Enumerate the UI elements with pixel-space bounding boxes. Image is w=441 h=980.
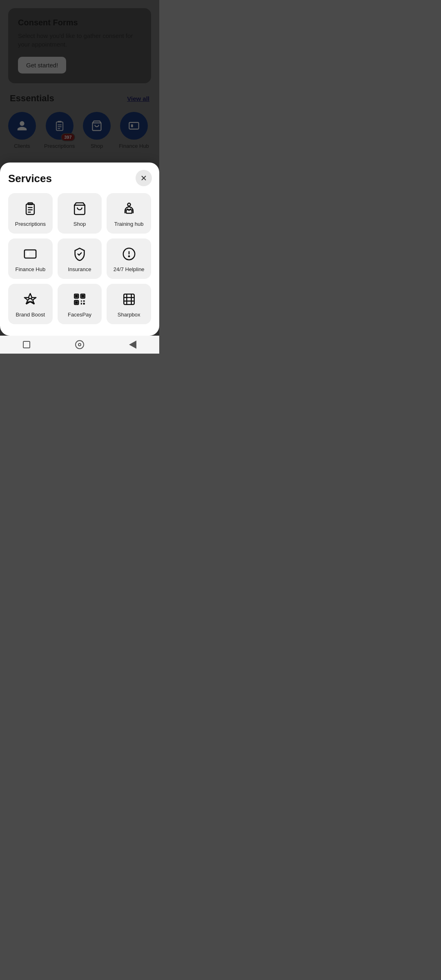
faces-pay-icon xyxy=(72,292,87,307)
back-button[interactable] xyxy=(124,336,142,354)
close-modal-button[interactable] xyxy=(136,170,152,186)
home-icon-inner xyxy=(78,343,81,346)
svg-rect-26 xyxy=(82,295,84,297)
helpline-icon xyxy=(122,247,136,261)
services-modal: Services Prescriptions xyxy=(0,163,159,336)
services-title: Services xyxy=(8,172,151,185)
svg-rect-18 xyxy=(24,250,36,258)
service-item-prescriptions[interactable]: Prescriptions xyxy=(8,193,53,234)
service-label-finance-hub: Finance Hub xyxy=(15,266,45,272)
recent-apps-button[interactable] xyxy=(18,336,36,354)
service-item-faces-pay[interactable]: FacesPay xyxy=(58,284,102,324)
svg-point-21 xyxy=(129,256,129,257)
finance-icon xyxy=(23,247,38,261)
service-item-helpline[interactable]: 24/7 Helpline xyxy=(107,238,151,279)
service-item-brand-boost[interactable]: Brand Boost xyxy=(8,284,53,324)
service-label-helpline: 24/7 Helpline xyxy=(114,266,145,272)
navigation-bar xyxy=(0,336,159,354)
svg-rect-11 xyxy=(26,204,34,215)
recent-apps-icon xyxy=(23,341,30,348)
service-item-insurance[interactable]: Insurance xyxy=(58,238,102,279)
service-item-training-hub[interactable]: Training hub xyxy=(107,193,151,234)
home-icon xyxy=(75,340,84,349)
service-item-sharpbox[interactable]: Sharpbox xyxy=(107,284,151,324)
svg-rect-27 xyxy=(76,302,77,303)
home-button[interactable] xyxy=(71,336,89,354)
shop-icon xyxy=(72,201,87,216)
service-label-faces-pay: FacesPay xyxy=(68,312,91,318)
brand-boost-icon xyxy=(23,292,38,307)
service-item-finance-hub[interactable]: Finance Hub xyxy=(8,238,53,279)
insurance-icon xyxy=(72,247,87,261)
svg-point-16 xyxy=(127,203,130,206)
service-label-training-hub: Training hub xyxy=(114,221,144,227)
close-icon xyxy=(140,174,147,182)
training-icon xyxy=(122,201,136,216)
service-label-sharpbox: Sharpbox xyxy=(118,312,140,318)
svg-rect-28 xyxy=(124,294,134,305)
service-item-shop[interactable]: Shop xyxy=(58,193,102,234)
service-label-shop: Shop xyxy=(74,221,86,227)
back-icon xyxy=(129,341,136,349)
svg-rect-25 xyxy=(76,295,77,297)
service-label-prescriptions: Prescriptions xyxy=(15,221,46,227)
services-grid: Prescriptions Shop xyxy=(8,193,151,324)
service-label-insurance: Insurance xyxy=(68,266,91,272)
sharpbox-icon xyxy=(122,292,136,307)
svg-rect-19 xyxy=(27,252,29,256)
prescription-icon xyxy=(23,201,38,216)
service-label-brand-boost: Brand Boost xyxy=(16,312,45,318)
